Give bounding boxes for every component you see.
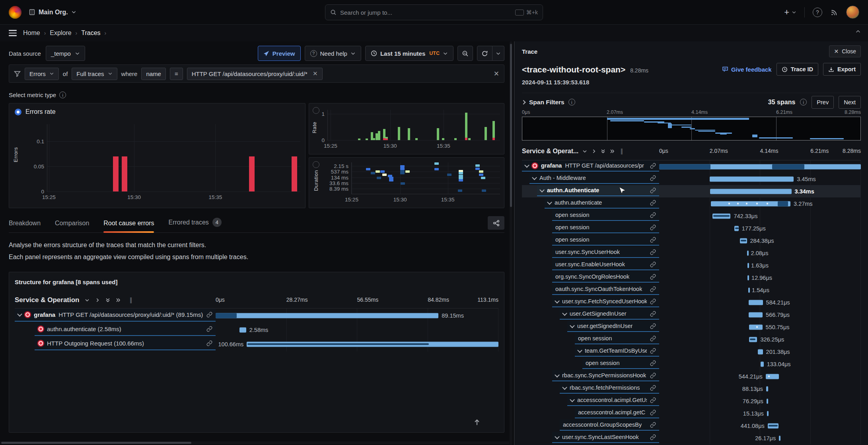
expand-chevron-icon[interactable] xyxy=(539,187,545,192)
span-count-info-icon[interactable]: i xyxy=(800,99,807,105)
heatmap-cell[interactable] xyxy=(475,164,480,167)
expand-chevron-icon[interactable] xyxy=(547,199,552,205)
span-name-cell[interactable]: oauth.sync.SyncOauthTokenHook xyxy=(552,284,659,295)
heatmap-cell[interactable] xyxy=(366,168,370,170)
tab-errored-traces[interactable]: Errored traces4 xyxy=(168,218,221,232)
trace-minimap[interactable] xyxy=(522,117,861,141)
clear-filters-icon[interactable]: ✕ xyxy=(494,70,499,78)
rate-bar[interactable] xyxy=(492,121,495,140)
span-duration-bar[interactable] xyxy=(711,201,790,206)
traces-type-chip[interactable]: Full traces xyxy=(72,68,117,80)
span-link-icon[interactable] xyxy=(206,340,212,346)
span-row[interactable]: authn.authenticate3.27ms xyxy=(522,197,861,210)
span-row[interactable]: user.GetSignedInUser566.79μs xyxy=(522,308,861,321)
span-link-icon[interactable] xyxy=(650,348,656,354)
span-duration-bar[interactable] xyxy=(761,361,764,367)
duration-chart-plot[interactable]: 2.15 s537 ms134 ms33.6 ms8.39 ms15:2515:… xyxy=(351,162,500,195)
span-row[interactable]: grafanaHTTP GET /api/datasources/proxy/u… xyxy=(15,308,498,323)
span-name-cell[interactable]: open session xyxy=(552,234,659,246)
tab-root-cause-errors[interactable]: Root cause errors xyxy=(103,220,154,232)
span-row[interactable]: user.sync.SyncLastSeenHook26.17μs xyxy=(522,432,861,444)
span-name-cell[interactable]: user.sync.SyncUserHook xyxy=(552,247,659,258)
span-link-icon[interactable] xyxy=(650,422,656,428)
global-search-input[interactable]: Search or jump to... ⌘+k xyxy=(325,4,543,20)
span-duration-bar[interactable] xyxy=(749,312,763,317)
filter-operator-chip[interactable]: = xyxy=(170,68,183,80)
span-duration-bar[interactable] xyxy=(767,411,769,416)
span-duration-bar[interactable] xyxy=(749,337,757,342)
span-duration-bar[interactable] xyxy=(712,213,731,219)
span-duration-bar[interactable] xyxy=(659,164,861,169)
duration-radio[interactable] xyxy=(313,161,319,168)
span-row[interactable]: oauth.sync.SyncOauthTokenHook1.54μs xyxy=(522,284,861,296)
collapse-one-icon[interactable] xyxy=(582,148,588,154)
span-name-cell[interactable]: grafanaHTTP GET /api/datasources/pr xyxy=(522,160,659,172)
user-avatar[interactable] xyxy=(846,6,859,19)
expand-chevron-icon[interactable] xyxy=(562,310,567,316)
breadcrumb-traces[interactable]: Traces xyxy=(81,29,100,37)
heatmap-cell[interactable] xyxy=(482,189,486,192)
span-name-cell[interactable]: team.GetTeamIDsByUser xyxy=(575,345,659,357)
heatmap-cell[interactable] xyxy=(475,168,480,170)
span-name-cell[interactable]: open session xyxy=(575,333,659,344)
span-name-cell[interactable]: user.getSignedInUser xyxy=(567,321,659,332)
heatmap-cell[interactable] xyxy=(371,172,375,174)
heatmap-cell[interactable] xyxy=(377,177,381,179)
rate-chart-plot[interactable]: 1015:2515:3015:35 xyxy=(327,110,500,141)
span-name-cell[interactable]: user.sync.EnableUserHook xyxy=(552,259,659,270)
span-duration-bar[interactable] xyxy=(710,176,794,182)
span-duration-bar[interactable] xyxy=(767,398,769,404)
span-row[interactable]: rbac.sync.fetchPermissions88.13μs xyxy=(522,383,861,395)
span-row[interactable]: grafanaHTTP GET /api/datasources/pr xyxy=(522,160,861,173)
heatmap-cell[interactable] xyxy=(459,179,463,182)
span-name-cell[interactable]: rbac.sync.SyncPermissionsHook xyxy=(552,370,659,381)
rate-panel[interactable]: Rate 1015:2515:3015:35 xyxy=(309,103,504,154)
rate-bar[interactable] xyxy=(358,139,360,140)
expand-chevron-icon[interactable] xyxy=(17,312,22,317)
span-name-cell[interactable]: rbac.sync.fetchPermissions xyxy=(560,383,659,394)
span-link-icon[interactable] xyxy=(650,200,656,206)
span-link-icon[interactable] xyxy=(650,274,656,280)
span-row[interactable]: accesscontrol.acimpl.GetUs76.29μs xyxy=(522,395,861,407)
column-resize-handle[interactable]: ∥ xyxy=(620,148,624,155)
error-bar[interactable] xyxy=(292,156,297,191)
rate-bar[interactable] xyxy=(468,138,471,140)
span-link-icon[interactable] xyxy=(650,249,656,255)
expand-chevron-icon[interactable] xyxy=(555,372,560,377)
help-icon[interactable]: ? xyxy=(813,8,822,17)
tab-breakdown[interactable]: Breakdown xyxy=(9,220,41,232)
rate-bar[interactable] xyxy=(398,127,400,140)
span-row[interactable]: user.sync.FetchSyncedUserHook584.21μs xyxy=(522,296,861,308)
add-new-button[interactable]: + xyxy=(784,7,796,18)
rate-bar[interactable] xyxy=(442,138,444,140)
error-bar[interactable] xyxy=(113,156,119,191)
rate-bar[interactable] xyxy=(385,137,388,140)
span-row[interactable]: authn.authenticate (2.58ms)2.58ms xyxy=(15,323,498,337)
expand-chevron-icon[interactable] xyxy=(524,162,529,168)
span-link-icon[interactable] xyxy=(650,262,656,267)
heatmap-cell[interactable] xyxy=(400,172,405,174)
span-link-icon[interactable] xyxy=(650,434,656,440)
span-link-icon[interactable] xyxy=(650,299,656,304)
span-name-cell[interactable]: user.sync.SyncLastSeenHook xyxy=(552,432,659,443)
heatmap-cell[interactable] xyxy=(405,170,410,173)
span-row[interactable]: HTTP Outgoing Request (100.66ms)100.66ms xyxy=(15,337,498,351)
span-name-cell[interactable]: open session xyxy=(582,358,659,369)
refresh-button[interactable] xyxy=(477,46,492,61)
span-link-icon[interactable] xyxy=(650,237,656,243)
expand-all-icon[interactable] xyxy=(115,297,121,303)
collapse-pane-icon[interactable] xyxy=(855,29,861,34)
info-icon[interactable]: i xyxy=(59,92,66,98)
heatmap-cell[interactable] xyxy=(479,174,483,176)
span-duration-bar[interactable] xyxy=(748,287,750,293)
span-name-cell[interactable]: open session xyxy=(552,222,659,233)
scroll-to-top-icon[interactable] xyxy=(473,418,481,426)
give-feedback-link[interactable]: Give feedback xyxy=(722,66,772,73)
span-duration-bar[interactable] xyxy=(779,435,780,441)
error-bar[interactable] xyxy=(249,156,255,191)
datasource-picker[interactable]: _tempo xyxy=(46,46,85,61)
rate-bar[interactable] xyxy=(376,133,378,140)
tab-comparison[interactable]: Comparison xyxy=(55,220,89,232)
collapse-one-icon[interactable] xyxy=(84,297,90,303)
vertical-scrollbar[interactable] xyxy=(510,41,512,445)
